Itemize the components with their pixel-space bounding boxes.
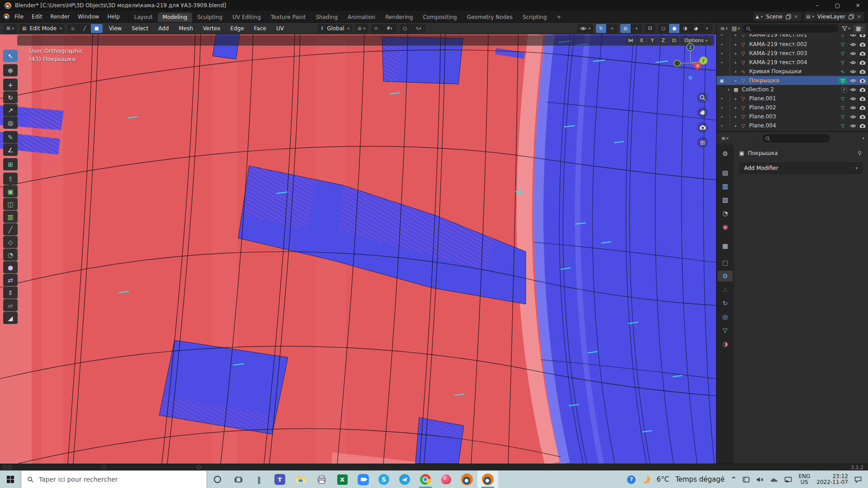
render-camera-icon[interactable] (859, 96, 866, 101)
language-indicator[interactable]: ENG US (798, 474, 810, 485)
hide-eye-icon[interactable] (850, 123, 856, 128)
shading-material-button[interactable]: ◑ (680, 24, 691, 33)
copy-view-layer-icon[interactable] (849, 14, 854, 19)
menu-select[interactable]: Select (128, 25, 152, 32)
maximize-button[interactable]: ▢ (827, 0, 848, 11)
tool-spin-button[interactable]: ◔ (3, 249, 18, 261)
expand-arrow-icon[interactable]: ▸ (733, 79, 739, 83)
gizmo-z-negative[interactable] (689, 76, 693, 80)
proportional-edit-toggle[interactable]: ○ (400, 24, 410, 33)
tool-loop-cut-button[interactable]: ▥ (3, 211, 18, 223)
shading-rendered-button[interactable]: ◕ (691, 24, 702, 33)
excel-app-button[interactable]: X (332, 471, 353, 488)
render-camera-icon[interactable] (859, 69, 866, 74)
outliner-item-plane-001[interactable]: • ▸ ▽ Plane.001 ▽ (717, 94, 868, 103)
overlays-dropdown[interactable]: ▾ (631, 24, 642, 33)
properties-editor-type-button[interactable]: ≡▾ (720, 135, 730, 141)
render-camera-icon[interactable] (859, 34, 866, 38)
properties-tab-render[interactable]: ▤ (717, 167, 733, 178)
pin-icon[interactable] (857, 150, 863, 156)
outliner-item-plane-003[interactable]: • ▸ ▽ Plane.003 ▽ (717, 112, 868, 121)
menu-file[interactable]: File (10, 14, 28, 20)
chrome-app-button[interactable] (415, 471, 436, 488)
hide-eye-icon[interactable] (850, 42, 856, 47)
zoom-view-icon[interactable] (697, 92, 708, 103)
file-explorer-button[interactable] (290, 471, 311, 488)
mirror-z-button[interactable]: Z (659, 37, 668, 45)
outliner-item-plane-004[interactable]: • ▸ ▽ Plane.004 ▽ (717, 121, 868, 130)
telegram-app-button[interactable] (394, 471, 415, 488)
add-workspace-button[interactable]: + (552, 13, 566, 22)
teams-app-button[interactable]: T (269, 471, 290, 488)
menu-view[interactable]: View (105, 25, 125, 32)
edge-select-button[interactable]: ╱ (79, 24, 91, 33)
tab-uv-editing[interactable]: UV Editing (227, 13, 266, 22)
mode-dropdown[interactable]: ▧ Edit Mode ▾ (19, 24, 65, 33)
3d-viewport[interactable]: ⋈ X Y Z ⊡ Options ▾ ↖ ⊕ + ↻ ↗ ◎ ✎ ∠ ⊞ ⇧ … (0, 34, 716, 464)
gizmos-dropdown[interactable]: ▾ (607, 24, 618, 33)
show-overlays-toggle[interactable]: ◎ (620, 24, 631, 33)
tab-geometry-nodes[interactable]: Geometry Nodes (462, 13, 518, 22)
clock[interactable]: 23:12 2022-11-07 (816, 474, 848, 485)
hide-eye-icon[interactable] (850, 34, 856, 38)
render-camera-icon[interactable] (859, 42, 866, 47)
properties-tab-object[interactable]: ▢ (717, 257, 733, 268)
gizmo-y-negative[interactable] (674, 60, 680, 66)
tool-inset-faces-button[interactable]: ▣ (3, 185, 18, 197)
outliner-item-active[interactable]: ▣ ▸ ▽ Покрышка ▽ (717, 76, 868, 85)
menu-help[interactable]: Help (103, 14, 123, 20)
properties-tab-object-data[interactable]: ▽ (717, 325, 733, 336)
properties-tab-scene[interactable]: ◔ (717, 208, 733, 219)
outliner-item-plane-002[interactable]: • ▸ ▽ Plane.002 ▽ (717, 103, 868, 112)
pivot-point-dropdown[interactable]: ◎ ▾ (355, 24, 368, 33)
tab-animation[interactable]: Animation (343, 13, 380, 22)
mesh-canvas[interactable] (0, 34, 716, 464)
navigation-gizmo[interactable]: Z Y X (670, 40, 711, 88)
menu-add[interactable]: Add (155, 25, 172, 32)
tool-move-button[interactable]: + (3, 79, 18, 91)
hide-eye-icon[interactable] (850, 114, 856, 119)
menu-uv[interactable]: UV (273, 25, 288, 32)
render-camera-icon[interactable] (859, 60, 866, 65)
tool-add-cube-button[interactable]: ⊞ (3, 158, 18, 170)
render-camera-icon[interactable] (859, 51, 866, 56)
tool-select-box-button[interactable]: ↖ (3, 50, 18, 62)
menu-face[interactable]: Face (250, 25, 270, 32)
shading-dropdown[interactable]: ▾ (702, 24, 712, 33)
properties-tab-world[interactable]: ◉ (717, 221, 733, 232)
outliner-item[interactable]: • ▸ ▽ КАМА-219 текст.001 ▽ (717, 34, 868, 39)
expand-arrow-icon[interactable]: ▸ (733, 115, 739, 119)
properties-tab-modifiers[interactable]: ⚙ (717, 271, 733, 282)
outliner-editor-type-button[interactable]: ≡▾ (719, 25, 729, 32)
tool-bevel-button[interactable]: ◫ (3, 198, 18, 210)
render-camera-icon[interactable] (859, 114, 866, 119)
expand-arrow-icon[interactable]: ▸ (733, 34, 739, 37)
zoom-app-button[interactable] (353, 471, 373, 488)
vertex-select-button[interactable]: ▫ (67, 24, 79, 33)
raspberry-app-button[interactable] (436, 471, 457, 488)
tab-rendering[interactable]: Rendering (380, 13, 418, 22)
menu-vertex[interactable]: Vertex (199, 25, 224, 32)
outliner-item-curve[interactable]: ▸ ∿ Кривая Покрышки ∿ (717, 67, 868, 76)
pipes-app-button[interactable]: ‖ (249, 471, 269, 488)
hide-eye-icon[interactable] (850, 60, 856, 65)
toggle-perspective-icon[interactable]: ⊞ (697, 137, 708, 148)
tool-shrink-fatten-button[interactable]: ⇕ (3, 286, 18, 299)
taskbar-search[interactable] (21, 471, 207, 488)
outliner-search[interactable] (743, 24, 839, 33)
unlink-scene-button[interactable]: × (793, 14, 799, 20)
outliner-display-mode-button[interactable]: ▤▾ (731, 25, 741, 32)
menu-window[interactable]: Window (74, 14, 103, 20)
printer-app-button[interactable] (311, 471, 332, 488)
blender-active-app-button[interactable] (477, 471, 498, 488)
weather-temperature[interactable]: 6°C (656, 475, 669, 483)
hide-eye-icon[interactable] (850, 96, 856, 101)
properties-tab-material[interactable]: ◑ (717, 338, 733, 349)
taskbar-search-input[interactable] (38, 475, 201, 483)
help-tray-icon[interactable]: ? (627, 475, 636, 484)
properties-tab-constraints[interactable]: ◎ (717, 311, 733, 322)
tablet-mode-icon[interactable] (742, 476, 750, 483)
start-button[interactable] (0, 471, 21, 488)
weather-condition[interactable]: Temps dégagé (675, 475, 725, 483)
outliner-item-collection-2[interactable]: ▾ ▦ Collection 2 ✓ (717, 85, 868, 94)
